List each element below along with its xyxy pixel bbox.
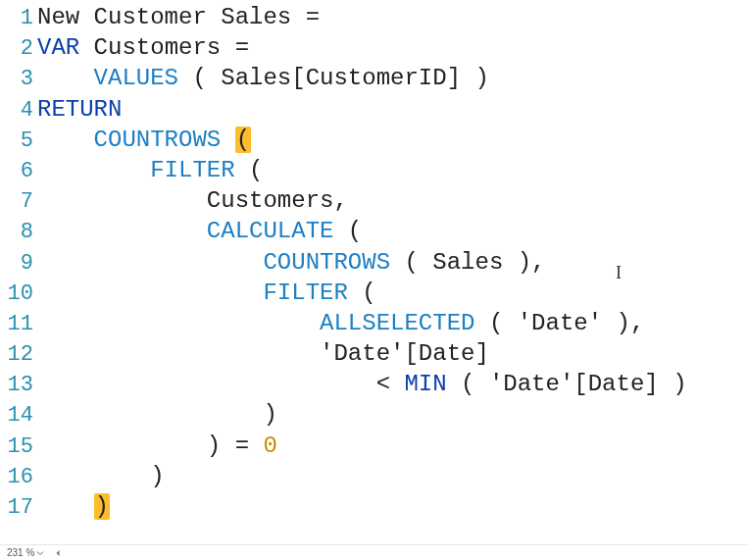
line-number: 9 xyxy=(0,248,35,279)
line-number: 5 xyxy=(0,126,35,156)
code-line[interactable]: 16 ) xyxy=(0,461,748,491)
token-plain xyxy=(37,249,263,276)
token-plain xyxy=(37,493,94,520)
line-number: 8 xyxy=(0,217,35,247)
code-content[interactable]: ) xyxy=(35,491,110,522)
token-plain: ( Sales ), xyxy=(390,249,545,276)
line-number: 2 xyxy=(0,33,35,64)
token-plain: ( xyxy=(348,280,376,306)
token-num: 0 xyxy=(263,433,276,459)
bracket-match: ) xyxy=(94,493,110,520)
token-plain: ( 'Date' ), xyxy=(474,310,644,336)
token-fn: COUNTROWS xyxy=(94,127,222,153)
code-line[interactable]: 11 ALLSELECTED ( 'Date' ), xyxy=(0,308,748,338)
line-number: 14 xyxy=(0,400,35,431)
line-number: 15 xyxy=(0,432,35,462)
code-line[interactable]: 10 FILTER ( xyxy=(0,278,748,308)
code-content[interactable]: 'Date'[Date] xyxy=(35,338,489,369)
token-plain: ) xyxy=(37,401,277,428)
code-line[interactable]: 8 CALCULATE ( xyxy=(0,216,748,246)
code-content[interactable]: ) xyxy=(35,461,165,491)
token-plain: ) = xyxy=(37,433,263,459)
token-plain: < xyxy=(37,371,404,397)
code-editor[interactable]: 1New Customer Sales = 2VAR Customers =3 … xyxy=(0,0,748,560)
line-number: 12 xyxy=(0,339,35,370)
code-line[interactable]: 9 COUNTROWS ( Sales ), xyxy=(0,247,748,278)
line-number: 7 xyxy=(0,186,35,217)
token-fn: FILTER xyxy=(150,157,234,183)
token-kw: MIN xyxy=(404,371,446,397)
token-fn: ALLSELECTED xyxy=(320,310,474,336)
code-line[interactable]: 3 VALUES ( Sales[CustomerID] ) xyxy=(0,63,748,93)
line-number: 11 xyxy=(0,309,35,339)
token-plain: ( xyxy=(333,218,362,244)
line-number: 10 xyxy=(0,279,35,309)
token-plain xyxy=(37,280,263,306)
code-line[interactable]: 13 < MIN ( 'Date'[Date] ) xyxy=(0,369,748,399)
code-content[interactable]: CALCULATE ( xyxy=(35,216,362,246)
token-plain: New Customer Sales = xyxy=(37,4,333,30)
code-content[interactable]: VAR Customers = xyxy=(35,32,249,63)
code-line[interactable]: 4RETURN xyxy=(0,94,748,125)
line-number: 16 xyxy=(0,462,35,492)
token-plain: Customers = xyxy=(79,34,249,61)
code-content[interactable]: New Customer Sales = xyxy=(35,2,333,32)
chevron-down-icon xyxy=(36,549,44,557)
status-bar: 231 % xyxy=(0,544,748,560)
token-plain xyxy=(37,65,94,91)
token-plain xyxy=(37,157,150,183)
code-content[interactable]: VALUES ( Sales[CustomerID] ) xyxy=(35,63,489,93)
zoom-level-dropdown[interactable]: 231 % xyxy=(4,546,47,559)
code-line[interactable]: 5 COUNTROWS ( xyxy=(0,125,748,155)
code-line[interactable]: 15 ) = 0 xyxy=(0,431,748,461)
code-line[interactable]: 12 'Date'[Date] xyxy=(0,338,748,369)
code-line[interactable]: 14 ) xyxy=(0,399,748,430)
triangle-left-icon xyxy=(54,549,62,557)
code-content[interactable]: Customers, xyxy=(35,185,348,216)
bracket-match: ( xyxy=(235,127,251,153)
token-plain xyxy=(37,127,94,153)
token-plain: ( Sales[CustomerID] ) xyxy=(178,65,489,91)
token-fn: CALCULATE xyxy=(207,218,334,244)
token-plain: Customers, xyxy=(37,187,348,214)
line-number: 13 xyxy=(0,370,35,400)
code-line[interactable]: 2VAR Customers = xyxy=(0,32,748,63)
token-fn: COUNTROWS xyxy=(263,249,390,276)
code-content[interactable]: < MIN ( 'Date'[Date] ) xyxy=(35,369,687,399)
token-kw: RETURN xyxy=(37,96,122,123)
line-number: 6 xyxy=(0,156,35,186)
token-fn: FILTER xyxy=(263,280,347,306)
line-number: 4 xyxy=(0,95,35,126)
token-plain: ) xyxy=(37,463,165,489)
line-number: 3 xyxy=(0,64,35,94)
code-line[interactable]: 7 Customers, xyxy=(0,185,748,216)
code-line[interactable]: 17 ) xyxy=(0,491,748,522)
scroll-left-button[interactable] xyxy=(51,546,65,560)
code-content[interactable]: ) xyxy=(35,399,277,430)
zoom-level-value: 231 % xyxy=(7,547,34,558)
code-content[interactable]: FILTER ( xyxy=(35,278,376,308)
token-plain xyxy=(221,127,234,153)
code-content[interactable]: COUNTROWS ( xyxy=(35,125,251,155)
code-line[interactable]: 6 FILTER ( xyxy=(0,155,748,185)
token-plain: ( 'Date'[Date] ) xyxy=(447,371,687,397)
token-plain xyxy=(37,218,207,244)
token-plain: ( xyxy=(235,157,264,183)
line-number: 1 xyxy=(0,3,35,33)
token-plain xyxy=(37,310,320,336)
token-fn: VALUES xyxy=(94,65,178,91)
token-plain: 'Date'[Date] xyxy=(37,340,489,367)
token-kw: VAR xyxy=(37,34,79,61)
code-content[interactable]: FILTER ( xyxy=(35,155,263,185)
code-content[interactable]: ALLSELECTED ( 'Date' ), xyxy=(35,308,644,338)
code-line[interactable]: 1New Customer Sales = xyxy=(0,2,748,32)
code-content[interactable]: ) = 0 xyxy=(35,431,277,461)
code-content[interactable]: RETURN xyxy=(35,94,122,125)
line-number: 17 xyxy=(0,492,35,523)
code-content[interactable]: COUNTROWS ( Sales ), xyxy=(35,247,546,278)
